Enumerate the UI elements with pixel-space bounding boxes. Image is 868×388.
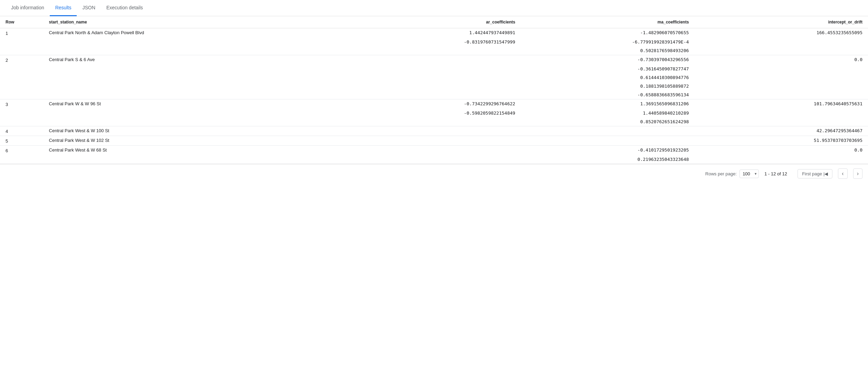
col-header-row: Row bbox=[0, 16, 44, 28]
cell-ar: -0.5982059822154849 bbox=[347, 109, 521, 117]
cell-ma: 0.21963235043323648 bbox=[521, 155, 694, 164]
cell-ma: 0.8520762651624298 bbox=[521, 117, 694, 126]
cell-row-num bbox=[0, 82, 44, 90]
cell-station bbox=[44, 155, 347, 164]
table-row: 0.21963235043323648 bbox=[0, 155, 868, 164]
cell-station bbox=[44, 65, 347, 73]
cell-ar bbox=[347, 82, 521, 90]
table-row: -0.59820598221548491.440589840210289 bbox=[0, 109, 868, 117]
cell-ma: 0.1881398105889872 bbox=[521, 82, 694, 90]
cell-ar bbox=[347, 73, 521, 82]
cell-row-num bbox=[0, 109, 44, 117]
prev-icon: ‹ bbox=[842, 171, 843, 177]
col-header-station: start_station_name bbox=[44, 16, 347, 28]
first-page-icon: |◀ bbox=[823, 171, 828, 176]
cell-station bbox=[44, 46, 347, 55]
table-row: -0.8319760731547999-6.779919928391479E-4 bbox=[0, 38, 868, 46]
table-row: 3Central Park W & W 96 St-0.734229929676… bbox=[0, 99, 868, 109]
cell-ar: 1.442447937449891 bbox=[347, 28, 521, 38]
cell-station bbox=[44, 109, 347, 117]
cell-row-num bbox=[0, 38, 44, 46]
cell-intercept: 42.29647295364467 bbox=[695, 126, 868, 136]
cell-ma: 0.5028176598493206 bbox=[521, 46, 694, 55]
cell-ma: 1.440589840210289 bbox=[521, 109, 694, 117]
table-row: 0.1881398105889872 bbox=[0, 82, 868, 90]
table-body: 1Central Park North & Adam Clayton Powel… bbox=[0, 28, 868, 164]
next-page-button[interactable]: › bbox=[853, 168, 862, 179]
prev-page-button[interactable]: ‹ bbox=[838, 168, 847, 179]
cell-ma: -0.4101729501923205 bbox=[521, 146, 694, 155]
cell-ar bbox=[347, 146, 521, 155]
table-row: 2Central Park S & 6 Ave-0.73039700432965… bbox=[0, 55, 868, 65]
table-row: 1Central Park North & Adam Clayton Powel… bbox=[0, 28, 868, 38]
cell-intercept bbox=[695, 155, 868, 164]
cell-row-num bbox=[0, 73, 44, 82]
col-header-ma: ma_coefficients bbox=[521, 16, 694, 28]
table-row: -0.6588836683596134 bbox=[0, 90, 868, 99]
cell-row-num bbox=[0, 46, 44, 55]
pagination-bar: Rows per page: 100 25 50 200 1 - 12 of 1… bbox=[0, 164, 868, 183]
cell-ar bbox=[347, 117, 521, 126]
cell-intercept: 51.953703703703695 bbox=[695, 136, 868, 146]
cell-intercept: 101.79634640575631 bbox=[695, 99, 868, 109]
cell-row-num bbox=[0, 117, 44, 126]
col-header-ar: ar_coefficients bbox=[347, 16, 521, 28]
cell-station: Central Park S & 6 Ave bbox=[44, 55, 347, 65]
results-table: Row start_station_name ar_coefficients m… bbox=[0, 16, 868, 164]
cell-station: Central Park West & W 100 St bbox=[44, 126, 347, 136]
cell-station: Central Park W & W 96 St bbox=[44, 99, 347, 109]
cell-row-num: 4 bbox=[0, 126, 44, 136]
results-table-container: Row start_station_name ar_coefficients m… bbox=[0, 16, 868, 164]
cell-ar: -0.8319760731547999 bbox=[347, 38, 521, 46]
next-icon: › bbox=[857, 171, 859, 177]
table-header: Row start_station_name ar_coefficients m… bbox=[0, 16, 868, 28]
cell-ma: 1.3691565096831206 bbox=[521, 99, 694, 109]
cell-ar bbox=[347, 155, 521, 164]
cell-station: Central Park North & Adam Clayton Powell… bbox=[44, 28, 347, 38]
cell-ar bbox=[347, 55, 521, 65]
tab-job-info[interactable]: Job information bbox=[6, 0, 50, 16]
cell-row-num: 3 bbox=[0, 99, 44, 109]
cell-intercept bbox=[695, 65, 868, 73]
cell-ma: -0.7303970043296556 bbox=[521, 55, 694, 65]
cell-station: Central Park West & W 68 St bbox=[44, 146, 347, 155]
cell-intercept bbox=[695, 82, 868, 90]
tab-execution[interactable]: Execution details bbox=[101, 0, 149, 16]
cell-ar bbox=[347, 90, 521, 99]
tab-json[interactable]: JSON bbox=[77, 0, 101, 16]
rows-per-page-wrapper: 100 25 50 200 bbox=[739, 169, 759, 178]
table-row: 4Central Park West & W 100 St42.29647295… bbox=[0, 126, 868, 136]
cell-row-num bbox=[0, 90, 44, 99]
cell-ma: -0.3616450907827747 bbox=[521, 65, 694, 73]
cell-ar bbox=[347, 136, 521, 146]
cell-ar: -0.7342299296764622 bbox=[347, 99, 521, 109]
table-row: 6Central Park West & W 68 St-0.410172950… bbox=[0, 146, 868, 155]
cell-station bbox=[44, 73, 347, 82]
rows-per-page-section: Rows per page: 100 25 50 200 bbox=[705, 169, 759, 178]
cell-row-num: 1 bbox=[0, 28, 44, 38]
cell-intercept bbox=[695, 73, 868, 82]
cell-ar bbox=[347, 126, 521, 136]
rows-per-page-select[interactable]: 100 25 50 200 bbox=[739, 169, 759, 178]
cell-station bbox=[44, 90, 347, 99]
cell-ma bbox=[521, 126, 694, 136]
table-row: 5Central Park West & W 102 St51.95370370… bbox=[0, 136, 868, 146]
cell-ma: -6.779919928391479E-4 bbox=[521, 38, 694, 46]
table-row: 0.6144410300894776 bbox=[0, 73, 868, 82]
cell-row-num: 5 bbox=[0, 136, 44, 146]
cell-intercept: 166.4553235655095 bbox=[695, 28, 868, 38]
table-row: 0.8520762651624298 bbox=[0, 117, 868, 126]
cell-row-num bbox=[0, 65, 44, 73]
first-page-button[interactable]: First page |◀ bbox=[798, 169, 832, 178]
tab-bar: Job informationResultsJSONExecution deta… bbox=[0, 0, 868, 16]
cell-ma: -1.482906070570655 bbox=[521, 28, 694, 38]
cell-intercept: 0.0 bbox=[695, 146, 868, 155]
page-info: 1 - 12 of 12 bbox=[764, 171, 792, 176]
tab-results[interactable]: Results bbox=[50, 0, 77, 16]
first-page-label: First page bbox=[802, 171, 822, 176]
cell-station bbox=[44, 82, 347, 90]
cell-intercept bbox=[695, 38, 868, 46]
cell-row-num: 6 bbox=[0, 146, 44, 155]
cell-intercept bbox=[695, 117, 868, 126]
col-header-intercept: intercept_or_drift bbox=[695, 16, 868, 28]
